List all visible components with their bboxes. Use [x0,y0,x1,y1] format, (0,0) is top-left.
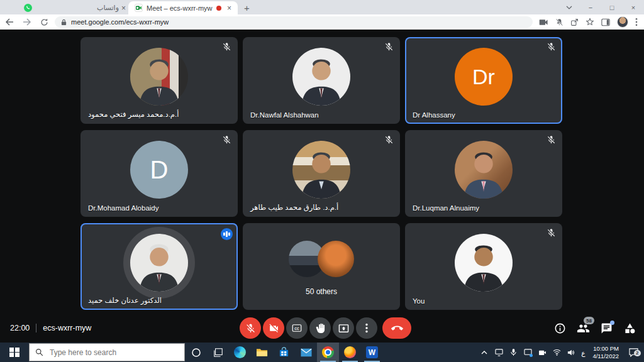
activities-button[interactable] [623,321,636,335]
start-button[interactable] [0,343,29,362]
desktop: واتساب × Meet – ecs-wxrr-myw × + − □ × [0,0,644,362]
participant-tile[interactable]: أ.م.د.محمد ميسر فتحي محمود [80,37,238,124]
mic-muted-icon [547,135,556,145]
audio-level-icon [221,228,233,240]
meet-icon [135,4,143,12]
notifications-blocked-icon[interactable] [555,18,564,26]
file-explorer-button[interactable] [251,343,273,362]
back-button[interactable] [5,18,14,26]
recording-indicator-icon [216,6,221,11]
minimize-button[interactable]: − [580,4,601,11]
meeting-time: 22:00 [10,324,30,332]
camera-toggle-button[interactable] [263,317,284,339]
camera-icon[interactable] [538,348,547,357]
leave-call-button[interactable] [382,317,411,339]
tab-title: Meet – ecs-wxrr-myw [147,4,213,12]
close-window-button[interactable]: × [623,4,644,11]
chevron-up-icon[interactable] [480,348,489,357]
avatar [318,241,354,277]
search-icon [35,348,43,356]
participant-tile[interactable]: Dr Dr Alhassany [405,37,562,124]
participant-name: Dr.Luqman Alnuaimy [413,204,479,212]
mic-toggle-button[interactable] [240,317,261,339]
meet-controls-bar: 22:00 ecs-wxrr-myw CC [0,314,644,343]
maximize-button[interactable]: □ [601,4,623,11]
meeting-code: ecs-wxrr-myw [43,324,91,332]
window-controls: − □ × [558,0,644,14]
store-icon [279,347,289,358]
avatar [455,141,513,199]
store-button[interactable] [273,343,295,362]
action-center-button[interactable]: 2 [626,348,640,357]
firefox-button[interactable] [339,343,361,362]
participant-name: Dr.Mohamad Alobaidy [88,204,159,212]
meeting-details-button[interactable] [553,321,567,335]
participant-grid: أ.م.د.محمد ميسر فتحي محمود Dr.Nawfal Als… [80,37,562,310]
participant-name: أ.م.د. طارق محمد طيب طاهر [250,203,338,212]
new-tab-button[interactable]: + [238,1,256,14]
volume-icon[interactable] [567,348,575,357]
screen-share-icon[interactable] [523,348,532,357]
captions-button[interactable]: CC [286,317,308,339]
camera-in-use-icon[interactable] [539,19,548,26]
overflow-count-label: 50 others [243,287,400,296]
microphone-icon[interactable] [509,348,518,357]
participant-tile[interactable]: أ.م.د. طارق محمد طيب طاهر [243,130,400,217]
chrome-button[interactable] [317,343,339,362]
avatar [130,48,188,106]
avatar [292,141,350,199]
svg-text:CC: CC [294,327,299,331]
taskbar-clock[interactable]: 10:00 PM 4/11/2022 [592,345,619,360]
close-tab-icon[interactable]: × [225,4,234,12]
language-indicator[interactable]: ع [581,349,585,356]
address-bar[interactable]: meet.google.com/ecs-wxrr-myw [55,16,533,28]
avatar [455,234,513,292]
mail-button[interactable] [295,343,317,362]
meet-main: أ.م.د.محمد ميسر فتحي محمود Dr.Nawfal Als… [0,30,644,343]
browser-tab-strip: واتساب × Meet – ecs-wxrr-myw × + − □ × [0,0,644,14]
edge-button[interactable] [229,343,251,362]
speaking-ring [123,227,195,299]
word-button[interactable]: W [361,343,383,362]
forward-button[interactable] [23,18,31,26]
chevron-down-icon[interactable] [558,6,580,9]
firefox-icon [344,346,356,358]
more-options-button[interactable] [356,317,377,339]
chat-unread-indicator [610,321,614,325]
side-panel-icon[interactable] [601,18,610,26]
participant-count-badge: 58 [584,317,594,324]
participant-tile[interactable]: Dr.Nawfal Alshahwan [243,37,400,124]
tab-meet[interactable]: Meet – ecs-wxrr-myw × [128,1,238,14]
overflow-tile[interactable]: 50 others [243,223,400,310]
self-tile[interactable]: You [405,223,562,310]
raise-hand-button[interactable] [309,317,331,339]
system-tray: ع 10:00 PM 4/11/2022 2 [480,343,644,362]
mic-muted-icon [222,135,231,145]
taskbar-search[interactable] [29,343,185,361]
people-button[interactable]: 58 [576,321,590,335]
task-view-button[interactable] [207,343,229,362]
display-icon[interactable] [494,348,503,357]
chat-button[interactable] [599,321,613,335]
mic-muted-icon [384,135,394,145]
tab-whatsapp[interactable]: واتساب × [0,1,128,14]
bookmark-star-icon[interactable] [586,18,594,26]
notification-count-badge: 2 [634,350,641,356]
profile-avatar[interactable] [617,16,628,28]
cortana-button[interactable] [185,343,207,362]
url-text: meet.google.com/ecs-wxrr-myw [71,18,169,26]
participant-name: You [413,297,425,305]
participant-tile[interactable]: Dr.Luqman Alnuaimy [405,130,562,217]
participant-tile-speaking[interactable]: الدكتور عدنان خلف حميد [80,223,238,310]
mic-muted-icon [384,42,394,52]
close-tab-icon[interactable]: × [119,4,128,12]
participant-name: الدكتور عدنان خلف حميد [88,296,162,305]
participant-tile[interactable]: D Dr.Mohamad Alobaidy [80,130,238,217]
tab-title: واتساب [36,4,119,12]
share-icon[interactable] [570,18,579,26]
wifi-icon[interactable] [552,348,561,357]
present-screen-button[interactable] [333,317,354,339]
search-input[interactable] [48,348,179,358]
browser-menu-icon[interactable] [635,18,638,26]
reload-button[interactable] [40,18,48,26]
